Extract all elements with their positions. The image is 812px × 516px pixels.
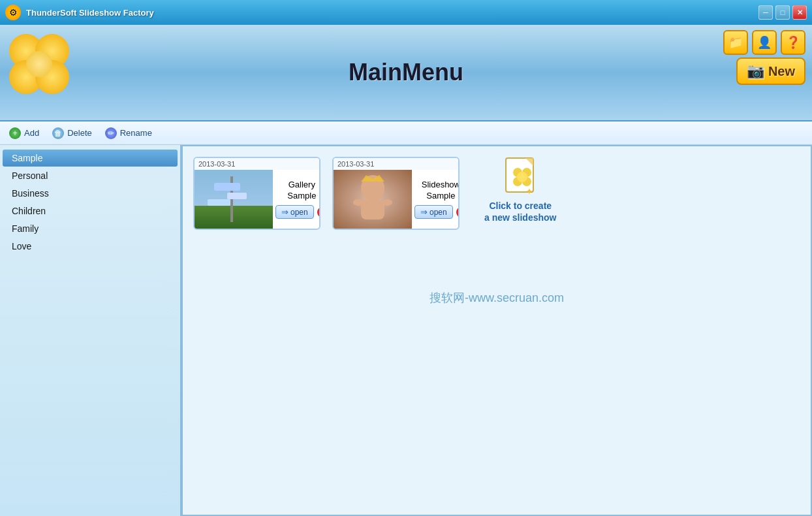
app-logo [7,31,78,103]
svg-rect-5 [208,199,230,206]
add-icon: + [9,127,21,139]
new-slide-label: Click to create a new slideshow [484,200,556,223]
svg-rect-1 [195,206,273,229]
title-bar-left: ⚙ ThunderSoft Slideshow Factory [5,5,154,20]
slideshow-thumbnail [334,170,412,229]
new-button-label: New [768,64,795,79]
content-panel: 2013-03-31 [181,145,812,516]
slideshow-delete-button[interactable]: ✕ [456,206,460,218]
app-icon: ⚙ [5,5,21,20]
svg-rect-4 [227,193,247,199]
svg-point-10 [382,199,392,206]
delete-button[interactable]: 🗑 Delete [52,127,92,139]
sidebar-item-children[interactable]: Children [3,202,178,219]
user-icon-btn[interactable]: 👤 [752,30,777,55]
slideshow-img-svg [334,170,412,229]
open-arrow-icon: ⇒ [281,207,289,217]
add-label: Add [24,128,39,138]
gallery-open-label: open [290,208,308,217]
new-button[interactable]: 📷 New [736,57,805,85]
gallery-open-button[interactable]: ⇒ open [275,205,314,219]
header-actions: 📁 👤 ❓ 📷 New [723,30,805,85]
slideshow-open-button[interactable]: ⇒ open [414,205,453,219]
delete-x-icon2: ✕ [456,207,460,218]
header: MainMenu 📁 👤 ❓ 📷 New [0,25,812,121]
help-icon-btn[interactable]: ❓ [781,30,805,55]
header-icons: 📁 👤 ❓ [723,30,805,55]
sidebar: Sample Personal Business Children Family… [0,145,181,516]
gallery-delete-button[interactable]: ✕ [317,206,320,218]
gallery-sample-card: 2013-03-31 [193,157,320,230]
app-title: ThunderSoft Slideshow Factory [26,8,154,18]
minimize-button[interactable]: ─ [758,5,773,20]
svg-rect-3 [214,183,240,191]
watermark: 搜软网-www.secruan.com [429,290,564,306]
slideshow-card-main: Slideshow Sample ⇒ open ✕ [334,170,458,229]
slideshow-date: 2013-03-31 [334,158,458,170]
gallery-thumbnail [195,170,273,229]
new-camera-icon: 📷 [747,63,764,80]
main-content: Sample Personal Business Children Family… [0,145,812,516]
gallery-date: 2013-03-31 [195,158,319,170]
rename-icon: ✏ [105,127,117,139]
svg-point-17 [517,172,527,182]
svg-rect-8 [361,200,384,219]
gallery-btn-row: ⇒ open ✕ [275,205,320,219]
svg-text:✦: ✦ [525,186,533,197]
slideshow-sample-card: 2013-03-31 [332,157,460,230]
main-title: MainMenu [349,59,463,86]
toolbar: + Add 🗑 Delete ✏ Rename [0,121,812,145]
new-slide-svg: ✦ [501,157,542,199]
svg-point-9 [353,199,364,206]
maximize-button[interactable]: □ [775,5,790,20]
delete-icon: 🗑 [52,127,64,139]
close-button[interactable]: ✕ [792,5,807,20]
window-controls: ─ □ ✕ [758,5,807,20]
sidebar-item-personal[interactable]: Personal [3,167,178,184]
add-button[interactable]: + Add [9,127,39,139]
new-slideshow-button[interactable]: ✦ Click to create a new slideshow [484,157,556,223]
open-arrow-icon2: ⇒ [420,207,428,217]
sidebar-item-love[interactable]: Love [3,238,178,255]
gallery-card-right: Gallery Sample ⇒ open ✕ [273,170,320,229]
slideshow-card-right: Slideshow Sample ⇒ open ✕ [412,170,460,229]
slideshow-btn-row: ⇒ open ✕ [414,205,460,219]
slideshows-row: 2013-03-31 [193,157,800,230]
folder-icon-btn[interactable]: 📁 [723,30,748,55]
rename-button[interactable]: ✏ Rename [105,127,152,139]
rename-label: Rename [120,128,152,138]
new-slide-icon: ✦ [501,157,540,196]
gallery-card-name: Gallery Sample [287,180,316,202]
sidebar-item-business[interactable]: Business [3,185,178,202]
sidebar-item-family[interactable]: Family [3,220,178,237]
delete-label: Delete [67,128,92,138]
title-bar: ⚙ ThunderSoft Slideshow Factory ─ □ ✕ [0,0,812,25]
slideshow-card-name: Slideshow Sample [422,180,460,202]
gallery-card-main: Gallery Sample ⇒ open ✕ [195,170,319,229]
slideshow-open-label: open [429,208,447,217]
sidebar-item-sample[interactable]: Sample [3,150,178,167]
delete-x-icon: ✕ [317,207,320,218]
gallery-img-svg [195,170,273,229]
